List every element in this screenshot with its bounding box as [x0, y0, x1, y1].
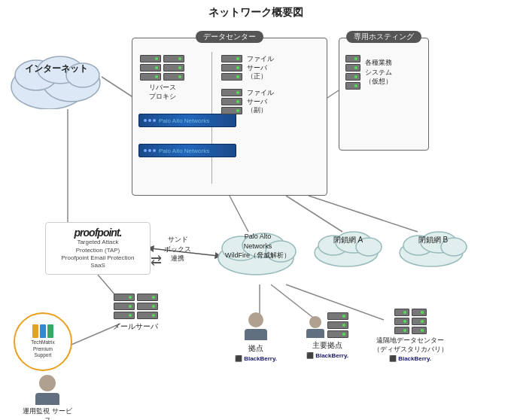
internet-label: インターネット — [8, 62, 105, 75]
mail-server-label: メールサーバ — [113, 321, 158, 332]
internet-cloud-svg — [8, 41, 105, 109]
svg-line-7 — [327, 90, 339, 98]
hosting-systems-label: 各種業務システム（仮想） — [365, 58, 392, 87]
remote-dc-blackberry: ⬛ BlackBerry. — [369, 355, 452, 362]
heisa-a-svg — [312, 224, 384, 269]
file-server-sub-label: ファイルサーバ（副） — [247, 89, 274, 115]
main-kyoten: 主要拠点 ⬛ BlackBerry. — [297, 312, 357, 359]
datacenter-box: データセンター リバースプロキシ — [132, 38, 327, 196]
mail-server: メールサーバ — [113, 294, 158, 332]
heisa-b-label: 閉鎖網 B — [397, 235, 469, 245]
heisa-a-cloud: 閉鎖網 A — [312, 224, 384, 271]
proofpoint-sub: Targeted Attack Protection (TAP) Proofpo… — [62, 239, 135, 270]
main-kyoten-blackberry: ⬛ BlackBerry. — [297, 352, 357, 359]
kyoten: 拠点 ⬛ BlackBerry. — [230, 312, 282, 362]
internet-cloud: インターネット — [8, 41, 105, 109]
kanshi-label: 運用監視 サービス — [21, 407, 74, 420]
hosting-box: 専用ホスティング 各種業務システム（仮想） — [339, 38, 429, 151]
hosting-label: 専用ホスティング — [346, 31, 421, 43]
remote-dc: 遠隔地データセンター（ディザスタリカバリ） ⬛ BlackBerry. — [369, 309, 452, 362]
reverse-proxy-servers — [140, 55, 161, 81]
page-title: ネットワーク概要図 — [0, 0, 511, 23]
reverse-proxy-servers2 — [163, 55, 184, 81]
wildfire-label: Palo AltoNetworksWildFire（脅威解析） — [214, 232, 301, 260]
file-server-main-label: ファイルサーバ（正） — [247, 55, 274, 81]
techmatrix-circle: TechMatrixPremiumSupport — [14, 312, 72, 371]
techmatrix-text: TechMatrixPremiumSupport — [31, 339, 54, 358]
wildfire-cloud: Palo AltoNetworksWildFire（脅威解析） — [214, 224, 301, 278]
kanshi-person: 運用監視 サービス — [21, 375, 74, 420]
diagram-area: インターネット データセンター — [0, 23, 511, 414]
hosting-server-icon — [345, 55, 360, 90]
sandbox-label: サンドボックス連携 — [164, 235, 191, 263]
heisa-b-cloud: 閉鎖網 B — [397, 224, 469, 271]
file-server-main-icon — [221, 55, 242, 81]
firewall1-bar: Palo Alto Networks — [138, 114, 236, 127]
svg-line-0 — [102, 77, 134, 98]
main-kyoten-label: 主要拠点 — [297, 340, 357, 351]
techmatrix-icon — [32, 324, 53, 338]
remote-dc-label: 遠隔地データセンター（ディザスタリカバリ） — [369, 336, 452, 354]
kyoten-blackberry: ⬛ BlackBerry. — [230, 355, 282, 362]
firewall2-container: Palo Alto Networks — [138, 144, 236, 157]
proofpoint-box: proofpoint. Targeted Attack Protection (… — [45, 222, 151, 275]
file-server-sub-icon — [221, 89, 242, 114]
proofpoint-logo: proofpoint. — [75, 227, 122, 239]
kyoten-label: 拠点 — [230, 343, 282, 354]
heisa-b-svg — [397, 224, 469, 269]
firewall1-container: Palo Alto Networks — [138, 114, 236, 127]
reverse-proxy-label: リバースプロキシ — [140, 84, 184, 101]
heisa-a-label: 閉鎖網 A — [312, 235, 384, 245]
firewall2-bar: Palo Alto Networks — [138, 144, 236, 157]
firewall2-text: Palo Alto Networks — [159, 148, 209, 154]
firewall1-text: Palo Alto Networks — [159, 117, 209, 124]
sandbox-arrow: ⇄ — [151, 252, 162, 269]
